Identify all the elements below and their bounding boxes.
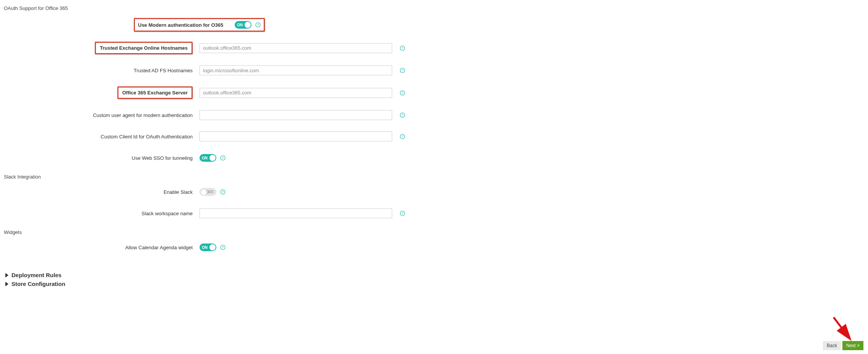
enable-slack-toggle[interactable]: OFF xyxy=(200,188,216,196)
svg-text:?: ? xyxy=(401,68,403,72)
trusted-adfs-label: Trusted AD FS Hostnames xyxy=(4,68,200,73)
section-oauth-header: OAuth Support for Office 365 xyxy=(4,5,868,11)
help-icon[interactable]: ? xyxy=(400,112,405,118)
trusted-exchange-label: Trusted Exchange Online Hostnames xyxy=(100,45,188,51)
accordion-deployment-rules[interactable]: Deployment Rules xyxy=(5,272,868,278)
section-slack-header: Slack Integration xyxy=(4,174,868,180)
calendar-widget-label: Allow Calendar Agenda widget xyxy=(4,245,200,250)
enable-slack-label: Enable Slack xyxy=(4,189,200,195)
svg-line-20 xyxy=(834,317,848,336)
svg-text:?: ? xyxy=(401,46,403,50)
o365-exchange-server-input[interactable] xyxy=(200,88,392,98)
custom-client-id-input[interactable] xyxy=(200,132,392,141)
web-sso-label: Use Web SSO for tunneling xyxy=(4,155,200,161)
svg-text:?: ? xyxy=(222,156,224,160)
section-widgets-header: Widgets xyxy=(4,229,868,235)
calendar-widget-toggle-state: ON xyxy=(202,245,208,250)
o365-exchange-server-label: Office 365 Exchange Server xyxy=(122,90,188,96)
annotation-arrow-icon xyxy=(830,314,853,341)
modern-auth-toggle[interactable]: ON xyxy=(235,21,251,29)
trusted-adfs-input[interactable] xyxy=(200,65,392,75)
help-icon[interactable]: ? xyxy=(400,211,405,216)
back-button[interactable]: Back xyxy=(823,341,841,350)
trusted-exchange-input[interactable] xyxy=(200,43,392,53)
slack-workspace-label: Slack workspace name xyxy=(4,211,200,216)
custom-user-agent-label: Custom user agent for modern authenticat… xyxy=(4,112,200,118)
svg-text:?: ? xyxy=(401,211,403,215)
modern-auth-label: Use Modern authentication for O365 xyxy=(138,22,230,28)
help-icon[interactable]: ? xyxy=(400,90,405,96)
calendar-widget-toggle[interactable]: ON xyxy=(200,244,216,251)
highlight-o365-exchange-label: Office 365 Exchange Server xyxy=(117,86,193,99)
deployment-rules-label: Deployment Rules xyxy=(11,272,62,278)
svg-text:?: ? xyxy=(401,135,403,138)
highlight-trusted-exchange-label: Trusted Exchange Online Hostnames xyxy=(95,42,193,54)
svg-text:?: ? xyxy=(222,245,224,249)
accordion-store-configuration[interactable]: Store Configuration xyxy=(5,281,868,287)
help-icon[interactable]: ? xyxy=(220,245,226,250)
svg-text:?: ? xyxy=(257,23,259,27)
web-sso-toggle-state: ON xyxy=(202,156,208,160)
web-sso-toggle[interactable]: ON xyxy=(200,154,216,162)
help-icon[interactable]: ? xyxy=(400,134,405,139)
custom-user-agent-input[interactable] xyxy=(200,110,392,120)
chevron-right-icon xyxy=(5,273,8,278)
custom-client-id-label: Custom Client Id for OAuth Authenticatio… xyxy=(4,134,200,140)
modern-auth-toggle-state: ON xyxy=(237,23,243,27)
help-icon[interactable]: ? xyxy=(400,68,405,73)
help-icon[interactable]: ? xyxy=(220,189,226,195)
chevron-right-icon xyxy=(5,282,8,286)
svg-text:?: ? xyxy=(401,113,403,117)
svg-text:?: ? xyxy=(401,91,403,95)
store-configuration-label: Store Configuration xyxy=(11,281,65,287)
next-button[interactable]: Next > xyxy=(842,341,863,350)
help-icon[interactable]: ? xyxy=(400,45,405,51)
svg-text:?: ? xyxy=(222,190,224,194)
enable-slack-toggle-state: OFF xyxy=(206,190,214,194)
highlight-modern-auth: Use Modern authentication for O365 ON ? xyxy=(134,18,265,32)
help-icon[interactable]: ? xyxy=(255,22,261,28)
slack-workspace-input[interactable] xyxy=(200,208,392,218)
help-icon[interactable]: ? xyxy=(220,155,226,161)
